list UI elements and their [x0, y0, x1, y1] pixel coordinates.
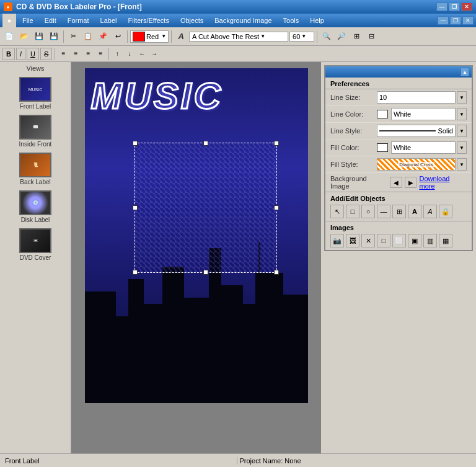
format-toolbar: B I U S ≡ ≡ ≡ ≡ ↑ ↓ ← →	[0, 46, 476, 62]
canvas-main-text[interactable]: MUSIC	[91, 74, 223, 117]
fill-style-dropdown[interactable]: ▼	[457, 158, 467, 171]
handle-bottom-middle[interactable]	[203, 270, 208, 275]
copy-button[interactable]: 📋	[81, 30, 95, 43]
text-tool[interactable]: A	[408, 205, 421, 218]
open-button[interactable]: 📂	[17, 30, 31, 43]
crop-image-button[interactable]: □	[377, 234, 390, 247]
new-button[interactable]: 📄	[2, 30, 16, 43]
download-more-link[interactable]: Download more	[419, 175, 467, 190]
menu-tools[interactable]: Tools	[278, 16, 304, 25]
grid-button[interactable]: ⊞	[350, 30, 363, 43]
image-stretch-button[interactable]: ▥	[423, 234, 437, 247]
view-back-label[interactable]: 📜 Back Label	[2, 151, 68, 187]
fill-color-dropdown[interactable]: ▼	[457, 141, 467, 154]
canvas-area[interactable]: MUSIC	[71, 62, 321, 453]
size-dropdown-arrow: ▼	[301, 33, 306, 39]
minimize-button[interactable]: —	[436, 2, 447, 11]
font-dropdown-arrow: ▼	[260, 33, 265, 39]
save-all-button[interactable]: 💾	[47, 30, 61, 43]
line-style-dropdown[interactable]: ▼	[457, 125, 467, 137]
menu-filters[interactable]: Filters/Effects	[123, 16, 174, 25]
menu-objects[interactable]: Objects	[175, 16, 208, 25]
select-tool[interactable]: ↖	[330, 205, 344, 218]
menu-min-btn[interactable]: —	[438, 16, 449, 25]
bg-back-button[interactable]: ◀	[390, 177, 402, 188]
line-tool[interactable]: —	[377, 205, 390, 218]
paste-button[interactable]: 📌	[96, 30, 110, 43]
view-front-label[interactable]: MUSIC Front Label	[2, 76, 68, 111]
menu-close-btn[interactable]: ✕	[462, 16, 474, 25]
handle-top-middle[interactable]	[203, 141, 208, 146]
undo-button[interactable]: ↩	[111, 30, 125, 43]
text-up-button[interactable]: ↑	[112, 48, 123, 60]
line-color-dropdown[interactable]: ▼	[457, 108, 467, 120]
add-edit-icons: ↖ □ ○ — ⊞ A A 🔒	[330, 205, 467, 218]
text-down-button[interactable]: ↓	[124, 48, 135, 60]
handle-middle-left[interactable]	[133, 205, 138, 210]
ellipse-tool[interactable]: ○	[361, 205, 375, 218]
line-style-input[interactable]: Solid	[377, 125, 456, 137]
line-color-value: White	[394, 110, 411, 118]
italic-button[interactable]: I	[16, 48, 25, 60]
bold-button[interactable]: B	[2, 48, 15, 60]
align-justify-button[interactable]: ≡	[95, 48, 106, 60]
menu-restore-btn[interactable]: ❐	[450, 16, 461, 25]
image-fit-button[interactable]: ⬜	[392, 234, 406, 247]
guides-button[interactable]: ⊟	[364, 30, 378, 43]
menu-format[interactable]: Format	[63, 16, 94, 25]
rectangle-tool[interactable]: □	[346, 205, 359, 218]
menu-label[interactable]: Label	[95, 16, 122, 25]
image-library-button[interactable]: 🖼	[346, 234, 359, 247]
handle-middle-right[interactable]	[274, 205, 279, 210]
delete-image-button[interactable]: ✕	[361, 234, 375, 247]
selection-box[interactable]	[134, 143, 277, 273]
handle-bottom-left[interactable]	[133, 270, 138, 275]
restore-button[interactable]: ❐	[449, 2, 460, 11]
underline-button[interactable]: U	[27, 48, 39, 60]
fill-style-preview[interactable]: Diagonal Cross	[377, 158, 456, 171]
font-size-selector[interactable]: 60 ▼	[289, 32, 314, 42]
menu-help[interactable]: Help	[305, 16, 329, 25]
align-right-button[interactable]: ≡	[82, 48, 94, 60]
lock-tool[interactable]: 🔒	[439, 205, 452, 218]
menu-background-image[interactable]: Background Image	[209, 16, 276, 25]
sep1	[63, 30, 64, 43]
color-selector[interactable]: Red ▼	[130, 30, 169, 43]
text-effect-tool[interactable]: A	[423, 205, 437, 218]
cut-button[interactable]: ✂	[66, 30, 80, 43]
align-left-button[interactable]: ≡	[58, 48, 69, 60]
save-button[interactable]: 💾	[32, 30, 46, 43]
menu-edit[interactable]: Edit	[40, 16, 61, 25]
handle-bottom-right[interactable]	[274, 270, 279, 275]
image-tile-button[interactable]: ▣	[408, 234, 421, 247]
view-inside-front[interactable]: 📖 Inside Front	[2, 113, 68, 149]
image-center-button[interactable]: ▦	[439, 234, 452, 247]
app-menu-icon[interactable]: ●	[2, 14, 16, 27]
props-scroll-up[interactable]: ▲	[461, 68, 469, 76]
building-11	[280, 295, 308, 403]
menu-file[interactable]: File	[17, 16, 38, 25]
line-size-input[interactable]: 10	[377, 91, 456, 104]
strikethrough-button[interactable]: S	[40, 48, 52, 60]
handle-top-right[interactable]	[274, 141, 279, 146]
inside-front-label-text: Inside Front	[19, 141, 52, 148]
text-left-button[interactable]: ←	[136, 48, 148, 60]
bg-forward-button[interactable]: ▶	[405, 177, 417, 188]
window-controls: — ❐ ✕	[436, 2, 472, 11]
zoom-in-button[interactable]: 🔍	[320, 30, 333, 43]
align-center-button[interactable]: ≡	[70, 48, 81, 60]
table-tool[interactable]: ⊞	[392, 205, 406, 218]
text-right-button[interactable]: →	[149, 48, 160, 60]
handle-top-left[interactable]	[133, 141, 138, 146]
view-dvd-cover[interactable]: 📼 DVD Cover	[2, 227, 68, 262]
sep4	[317, 30, 317, 43]
fill-color-input[interactable]: White	[391, 141, 456, 154]
line-size-dropdown[interactable]: ▼	[457, 91, 467, 104]
sep2	[127, 30, 128, 43]
close-button[interactable]: ✕	[461, 2, 472, 11]
zoom-out-button[interactable]: 🔎	[335, 30, 348, 43]
line-color-input[interactable]: White	[391, 108, 456, 120]
import-image-button[interactable]: 📷	[330, 234, 344, 247]
font-name-selector[interactable]: A Cut Above The Rest ▼	[189, 32, 288, 42]
view-disk-label[interactable]: 💿 Disk Label	[2, 189, 68, 225]
